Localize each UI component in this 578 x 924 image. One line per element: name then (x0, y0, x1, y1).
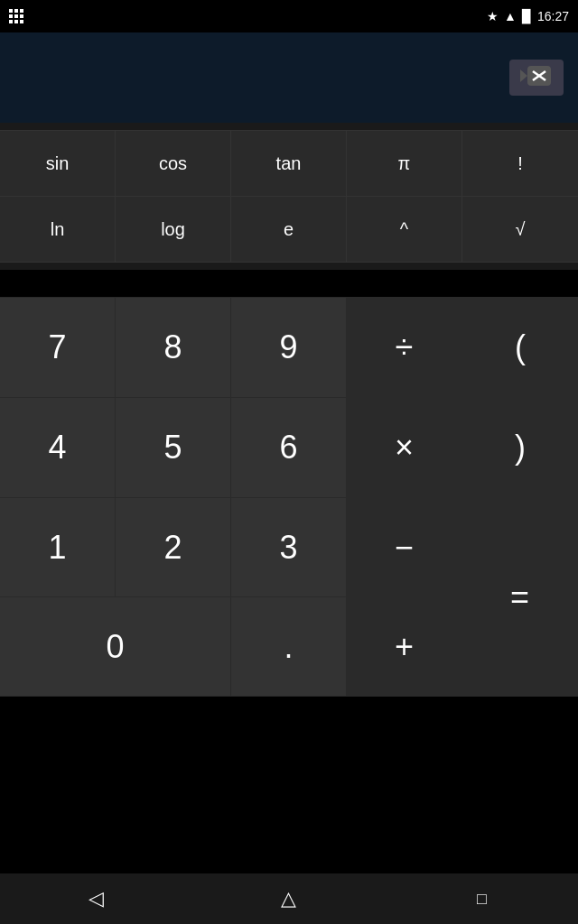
svg-marker-1 (520, 69, 527, 82)
btn-1[interactable]: 1 (0, 498, 116, 597)
btn-0[interactable]: 0 (0, 597, 231, 697)
btn-subtract[interactable]: − (347, 498, 462, 597)
btn-close-paren[interactable]: ) (462, 398, 578, 497)
btn-add[interactable]: + (347, 597, 462, 697)
btn-dot[interactable]: . (231, 597, 347, 697)
btn-6[interactable]: 6 (231, 398, 347, 497)
factorial-btn[interactable]: ! (462, 131, 578, 196)
btn-3[interactable]: 3 (231, 498, 347, 597)
row-789: 7 8 9 ÷ ( (0, 297, 578, 397)
power-btn[interactable]: ^ (347, 197, 462, 262)
recents-button[interactable]: □ (445, 873, 517, 924)
e-btn[interactable]: e (231, 197, 347, 262)
backspace-icon (520, 64, 553, 92)
btn-5[interactable]: 5 (116, 398, 231, 497)
btn-7[interactable]: 7 (0, 298, 116, 397)
nav-bar: ◁ △ □ (0, 873, 578, 924)
back-button[interactable]: ◁ (61, 873, 133, 924)
battery-icon: ▉ (522, 9, 532, 23)
btn-8[interactable]: 8 (116, 298, 231, 397)
sci-row-2: ln log e ^ √ (0, 196, 578, 263)
numpad: 7 8 9 ÷ ( 4 5 6 × ) 123−=0.+ (0, 297, 578, 697)
btn-equals[interactable]: = (462, 498, 578, 697)
recents-icon: □ (477, 890, 487, 909)
btn-multiply[interactable]: × (347, 398, 462, 497)
cos-btn[interactable]: cos (116, 131, 231, 196)
bluetooth-icon: ★ (487, 9, 499, 23)
home-button[interactable]: △ (253, 873, 325, 924)
status-bar: ★ ▲ ▉ 16:27 (0, 0, 578, 32)
btn-4[interactable]: 4 (0, 398, 116, 497)
pi-btn[interactable]: π (347, 131, 462, 196)
spacer (0, 270, 578, 297)
grid-icon (9, 9, 23, 23)
sin-btn[interactable]: sin (0, 131, 116, 196)
scientific-area: sin cos tan π ! ln log e ^ √ (0, 123, 578, 270)
btn-2[interactable]: 2 (116, 498, 231, 597)
row-456: 4 5 6 × ) (0, 397, 578, 497)
display-area (0, 32, 578, 123)
backspace-button[interactable] (509, 60, 564, 96)
tan-btn[interactable]: tan (231, 131, 347, 196)
sqrt-btn[interactable]: √ (462, 197, 578, 262)
row-last-two: 123−=0.+ (0, 497, 578, 697)
clock: 16:27 (537, 9, 569, 23)
status-right: ★ ▲ ▉ 16:27 (487, 9, 569, 23)
btn-open-paren[interactable]: ( (462, 298, 578, 397)
wifi-icon: ▲ (504, 9, 517, 23)
status-left (9, 9, 23, 23)
home-icon: △ (281, 887, 296, 910)
btn-divide[interactable]: ÷ (347, 298, 462, 397)
log-btn[interactable]: log (116, 197, 231, 262)
back-icon: ◁ (89, 887, 104, 910)
btn-9[interactable]: 9 (231, 298, 347, 397)
sci-row-1: sin cos tan π ! (0, 130, 578, 196)
ln-btn[interactable]: ln (0, 197, 116, 262)
